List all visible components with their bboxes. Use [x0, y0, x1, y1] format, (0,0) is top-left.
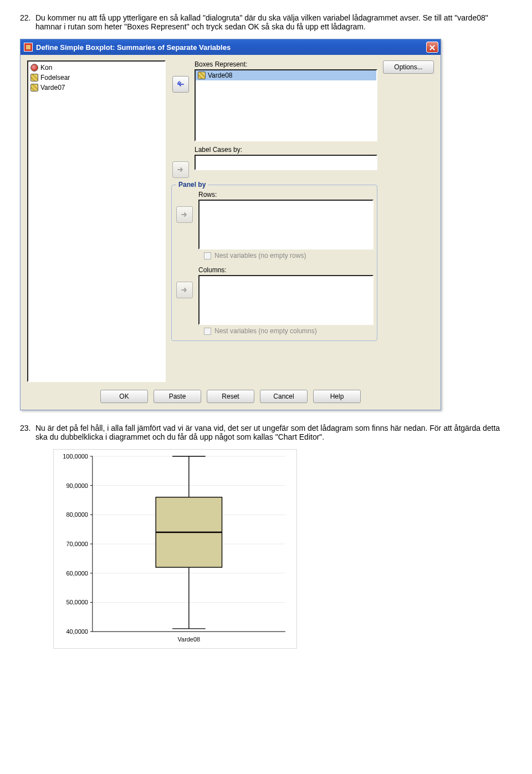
app-icon [24, 43, 33, 52]
svg-text:50,0000: 50,0000 [66, 599, 88, 605]
paste-button[interactable]: Paste [154, 390, 201, 403]
svg-text:100,0000: 100,0000 [63, 453, 88, 460]
transfer-cols-button[interactable] [176, 282, 193, 298]
svg-text:40,0000: 40,0000 [66, 628, 88, 635]
panel-by-legend: Panel by [176, 181, 208, 189]
scale-icon [30, 74, 38, 82]
list-body: Nu är det på fel håll, i alla fall jämfö… [35, 424, 512, 441]
nominal-icon [30, 64, 38, 72]
help-button[interactable]: Help [313, 390, 361, 403]
labelcases-field[interactable] [195, 155, 377, 170]
boxes-represent-label: Boxes Represent: [195, 60, 377, 68]
reset-button[interactable]: Reset [207, 390, 254, 403]
spss-boxplot-dialog: Define Simple Boxplot: Summaries of Sepa… [20, 39, 441, 410]
window-title: Define Simple Boxplot: Summaries of Sepa… [36, 43, 231, 52]
ok-button[interactable]: OK [100, 390, 148, 403]
var-label: Kon [40, 64, 52, 72]
svg-text:70,0000: 70,0000 [66, 541, 88, 547]
paragraph-22: 22. Du kommer nu att få upp ytterligare … [20, 13, 512, 31]
rows-list[interactable] [198, 200, 374, 249]
list-number: 23. [20, 424, 35, 441]
close-icon[interactable] [426, 42, 438, 53]
transfer-rows-button[interactable] [176, 206, 193, 223]
var-item-kon[interactable]: Kon [30, 63, 162, 73]
rows-label: Rows: [198, 191, 374, 198]
cancel-button[interactable]: Cancel [260, 390, 308, 403]
columns-list[interactable] [198, 275, 374, 325]
checkbox-icon [204, 252, 211, 259]
checkbox-icon [204, 328, 211, 335]
source-variable-list[interactable]: Kon Fodelsear Varde07 [27, 60, 166, 382]
var-label: Varde08 [208, 72, 232, 79]
var-label: Varde07 [40, 84, 65, 91]
transfer-back-button[interactable] [172, 76, 189, 93]
scale-icon [198, 72, 206, 79]
boxes-represent-selected-item[interactable]: Varde08 [196, 70, 376, 80]
list-body: Du kommer nu att få upp ytterligare en s… [35, 13, 512, 31]
titlebar: Define Simple Boxplot: Summaries of Sepa… [21, 39, 441, 55]
nest-rows-check: Nest variables (no empty rows) [204, 252, 374, 259]
svg-text:Varde08: Varde08 [178, 636, 200, 643]
nest-cols-check: Nest variables (no empty columns) [204, 327, 374, 335]
paragraph-23: 23. Nu är det på fel håll, i alla fall j… [20, 424, 512, 441]
boxplot-chart[interactable]: 40,000050,000060,000070,000080,000090,00… [53, 449, 297, 649]
transfer-labelcases-button[interactable] [172, 161, 189, 178]
options-button[interactable]: Options... [383, 60, 434, 74]
dialog-button-row: OK Paste Reset Cancel Help [27, 390, 434, 403]
svg-text:90,0000: 90,0000 [66, 482, 88, 489]
panel-by-group: Panel by Rows: Nest varia [171, 185, 377, 341]
list-number: 22. [20, 13, 35, 31]
var-item-fodelsear[interactable]: Fodelsear [30, 73, 162, 83]
var-item-varde07[interactable]: Varde07 [30, 83, 162, 93]
scale-icon [30, 84, 38, 91]
columns-label: Columns: [198, 266, 374, 274]
labelcases-label: Label Cases by: [195, 146, 377, 154]
boxes-represent-list[interactable]: Varde08 [195, 69, 377, 141]
svg-text:60,0000: 60,0000 [66, 570, 88, 577]
var-label: Fodelsear [40, 74, 70, 82]
svg-text:80,0000: 80,0000 [66, 511, 88, 518]
